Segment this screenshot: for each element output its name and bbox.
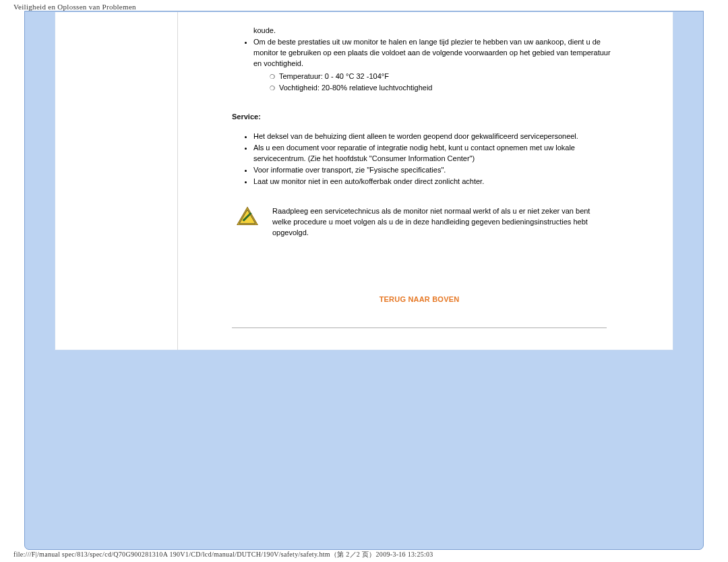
- back-to-top-wrapper: TERUG NAAR BOVEN: [218, 295, 620, 303]
- conditions-sublist: Temperatuur: 0 - 40 °C 32 -104°F Vochtig…: [270, 71, 620, 94]
- conditions-text: Om de beste prestaties uit uw monitor te…: [253, 38, 611, 67]
- list-item: Als u een document voor reparatie of int…: [253, 143, 620, 164]
- warning-row: Raadpleeg een servicetechnicus als de mo…: [236, 206, 620, 239]
- content-panel: koude. Om de beste prestaties uit uw mon…: [55, 12, 673, 350]
- outer-frame: koude. Om de beste prestaties uit uw mon…: [24, 11, 704, 550]
- service-heading: Service:: [232, 113, 620, 121]
- divider: [232, 327, 607, 328]
- service-list: Het deksel van de behuizing dient alleen…: [253, 131, 620, 187]
- main-content: koude. Om de beste prestaties uit uw mon…: [178, 12, 673, 350]
- back-to-top-link[interactable]: TERUG NAAR BOVEN: [380, 295, 460, 303]
- conditions-list: Om de beste prestaties uit uw monitor te…: [253, 37, 620, 94]
- body-area: koude. Om de beste prestaties uit uw mon…: [178, 12, 673, 335]
- warning-text: Raadpleeg een servicetechnicus als de mo…: [272, 206, 620, 239]
- warning-triangle-icon: [236, 206, 259, 226]
- page-header-title: Veiligheid en Oplossen van Problemen: [0, 0, 728, 11]
- list-item: Om de beste prestaties uit uw monitor te…: [253, 37, 620, 94]
- sidebar: [55, 12, 178, 350]
- footer-file-path: file:///F|/manual spec/813/spec/cd/Q70G9…: [13, 550, 433, 559]
- sub-item-temperature: Temperatuur: 0 - 40 °C 32 -104°F: [270, 71, 620, 82]
- trailing-text-koude: koude.: [253, 26, 620, 36]
- list-item: Laat uw monitor niet in een auto/kofferb…: [253, 177, 620, 187]
- sub-item-humidity: Vochtigheid: 20-80% relatieve luchtvocht…: [270, 82, 620, 94]
- list-item: Voor informatie over transport, zie "Fys…: [253, 165, 620, 176]
- list-item: Het deksel van de behuizing dient alleen…: [253, 131, 620, 142]
